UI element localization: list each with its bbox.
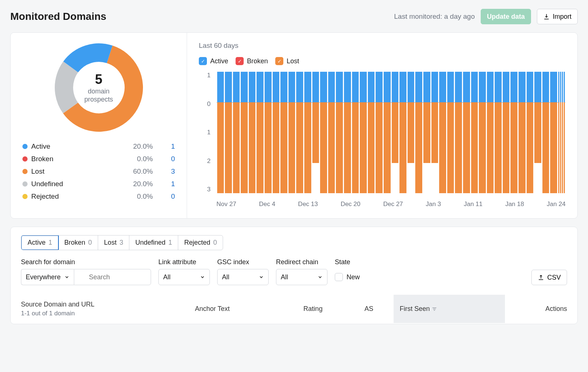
bar-column: [415, 72, 422, 193]
update-data-button[interactable]: Update data: [481, 9, 531, 24]
redirect-chain-select[interactable]: All: [276, 269, 327, 285]
bar-column: [312, 72, 319, 193]
bar-column: [527, 72, 534, 193]
legend-label: Undefined: [31, 180, 120, 188]
legend-label: Active: [31, 142, 120, 150]
bar-column: [463, 72, 470, 193]
bar-column: [479, 72, 486, 193]
bar-column: [352, 72, 359, 193]
chevron-down-icon: [259, 274, 264, 280]
column-first-seen[interactable]: First Seen: [394, 295, 505, 323]
bar-column: [503, 72, 510, 193]
state-new-label: New: [347, 273, 360, 281]
legend-row[interactable]: Active20.0%1: [22, 140, 175, 153]
x-tick: Jan 3: [426, 201, 441, 208]
chart-title: Last 60 days: [199, 42, 566, 50]
bar-column: [344, 72, 351, 193]
legend-row[interactable]: Broken0.0%0: [22, 153, 175, 165]
checkbox-icon: ✓: [275, 57, 283, 65]
bar-column: [217, 72, 224, 193]
bar-column: [542, 72, 549, 193]
x-tick: Dec 4: [259, 201, 275, 208]
y-tick: 3: [207, 186, 211, 193]
bar-column: [360, 72, 367, 193]
chart-legend-item[interactable]: ✓Lost: [275, 57, 299, 65]
legend-dot: [22, 181, 28, 187]
bar-column: [280, 72, 287, 193]
bar-column: [288, 72, 295, 193]
bar-column: [336, 72, 343, 193]
checkbox-icon: ✓: [236, 57, 244, 65]
x-tick: Nov 27: [216, 201, 236, 208]
column-actions: Actions: [505, 305, 567, 313]
tab-active[interactable]: Active1: [21, 235, 59, 250]
bar-column: [455, 72, 462, 193]
link-attribute-select[interactable]: All: [158, 269, 210, 285]
bar-column: [233, 72, 240, 193]
y-tick: 1: [207, 129, 211, 136]
legend-row[interactable]: Rejected0.0%0: [22, 190, 175, 203]
checkbox-icon: ✓: [199, 57, 207, 65]
search-scope-select[interactable]: Everywhere: [21, 269, 74, 285]
state-label: State: [335, 258, 360, 266]
column-source-domain[interactable]: Source Domain and URL: [21, 301, 195, 308]
bar-column: [225, 72, 232, 193]
legend-dot: [22, 144, 28, 149]
bar-column: [399, 72, 406, 193]
x-tick: Dec 13: [298, 201, 318, 208]
bar-column: [423, 72, 430, 193]
legend-pct: 60.0%: [120, 167, 153, 176]
download-icon: [543, 13, 550, 20]
column-anchor-text[interactable]: Anchor Text: [195, 305, 282, 313]
chevron-down-icon: [318, 274, 323, 280]
legend-row[interactable]: Lost60.0%3: [22, 165, 175, 178]
legend-dot: [22, 156, 28, 162]
gsc-index-select[interactable]: All: [217, 269, 269, 285]
chart-legend-item[interactable]: ✓Broken: [236, 57, 268, 65]
export-csv-button[interactable]: CSV: [531, 270, 567, 285]
y-tick: 1: [207, 72, 211, 79]
tab-lost[interactable]: Lost3: [98, 235, 129, 250]
legend-dot: [22, 169, 28, 174]
bar-column: [487, 72, 494, 193]
bar-column: [495, 72, 502, 193]
link-attribute-label: Link attribute: [158, 258, 210, 266]
bar-column: [368, 72, 375, 193]
state-new-checkbox[interactable]: [335, 273, 343, 281]
tab-undefined[interactable]: Undefined1: [129, 235, 178, 250]
bar-column: [519, 72, 526, 193]
bar-column: [392, 72, 399, 193]
x-tick: Jan 18: [505, 201, 524, 208]
tab-rejected[interactable]: Rejected0: [178, 235, 223, 250]
bar-column: [376, 72, 383, 193]
chart-legend-item[interactable]: ✓Active: [199, 57, 228, 65]
bar-column: [550, 72, 557, 193]
table-count-label: 1-1 out of 1 domain: [21, 310, 195, 317]
import-button[interactable]: Import: [537, 9, 578, 24]
page-title: Monitored Domains: [10, 11, 106, 22]
legend-pct: 0.0%: [120, 192, 153, 201]
column-rating[interactable]: Rating: [282, 305, 344, 313]
legend-count: 1: [153, 180, 175, 188]
gsc-index-label: GSC index: [217, 258, 269, 266]
last-monitored-text: Last monitored: a day ago: [394, 13, 475, 21]
legend-count: 0: [153, 155, 175, 163]
bar-column: [431, 72, 438, 193]
legend-count: 0: [153, 192, 175, 201]
tab-broken[interactable]: Broken0: [58, 235, 98, 250]
redirect-chain-label: Redirect chain: [276, 258, 327, 266]
bar-column: [241, 72, 248, 193]
x-tick: Dec 27: [383, 201, 403, 208]
bar-column: [510, 72, 517, 193]
bar-column: [320, 72, 327, 193]
legend-pct: 0.0%: [120, 155, 153, 163]
chevron-down-icon: [200, 274, 205, 280]
donut-center-value: 5: [95, 72, 102, 87]
bar-column: [257, 72, 263, 193]
search-input[interactable]: [74, 269, 151, 285]
x-tick: Dec 20: [341, 201, 361, 208]
column-as[interactable]: AS: [344, 305, 394, 313]
legend-row[interactable]: Undefined20.0%1: [22, 178, 175, 190]
donut-chart: 5 domainprospects: [53, 42, 145, 134]
chevron-down-icon: [64, 274, 69, 280]
